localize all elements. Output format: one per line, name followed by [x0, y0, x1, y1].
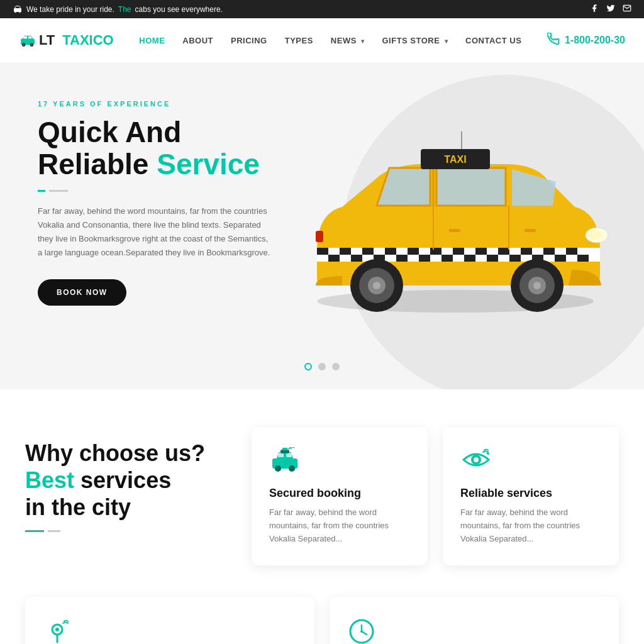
- svg-point-9: [31, 44, 33, 46]
- svg-rect-56: [286, 453, 292, 457]
- svg-rect-19: [475, 248, 487, 255]
- partial-card-1: [25, 597, 314, 644]
- book-now-button[interactable]: BOOK NOW: [38, 279, 126, 306]
- feature-text-booking: Far far away, behind the word mountains,…: [269, 506, 410, 545]
- taxi-illustration: TAXI: [279, 113, 631, 326]
- main-nav: HOME ABOUT PRICING TYPES NEWS ▾ GIFTS ST…: [139, 35, 521, 46]
- nav-link-home[interactable]: HOME: [139, 36, 165, 45]
- slider-dot-1[interactable]: [304, 363, 312, 370]
- svg-rect-34: [555, 255, 566, 262]
- nav-link-types[interactable]: TYPES: [285, 36, 313, 45]
- svg-text:TAXI: TAXI: [444, 154, 466, 165]
- svg-rect-13: [340, 248, 351, 255]
- features-divider: [25, 530, 226, 532]
- news-dropdown-arrow: ▾: [361, 38, 365, 45]
- feature-text-reliable: Far far away, behind the word mountains,…: [460, 506, 601, 545]
- facebook-icon[interactable]: [590, 4, 599, 14]
- nav-link-news[interactable]: NEWS ▾: [331, 36, 365, 45]
- hero-car-image: TAXI: [279, 113, 631, 329]
- svg-point-58: [289, 465, 295, 472]
- email-icon[interactable]: [623, 4, 631, 14]
- svg-point-69: [360, 630, 363, 633]
- svg-rect-4: [24, 36, 27, 39]
- svg-rect-55: [278, 453, 284, 457]
- svg-rect-41: [316, 231, 323, 242]
- svg-rect-23: [566, 248, 577, 255]
- svg-point-40: [589, 230, 601, 240]
- phone-icon: [547, 33, 560, 48]
- nav-link-gifts[interactable]: GIFTS STORE ▾: [382, 36, 448, 45]
- feature-card-reliable: Reliable services Far far away, behind t…: [443, 427, 619, 565]
- svg-rect-14: [362, 248, 374, 255]
- logo-taxico: TAXICO: [62, 32, 113, 48]
- nav-link-pricing[interactable]: PRICING: [231, 36, 267, 45]
- hero-section: 17 YEARS OF EXPERIENCE Quick And Reliabl…: [0, 62, 644, 389]
- svg-rect-25: [351, 255, 362, 262]
- svg-rect-35: [577, 255, 589, 262]
- car-small-icon: [13, 4, 23, 14]
- svg-rect-52: [449, 229, 460, 232]
- hero-content: 17 YEARS OF EXPERIENCE Quick And Reliabl…: [38, 100, 302, 306]
- svg-rect-24: [328, 255, 340, 262]
- feature-card-booking: Secured booking Far far away, behind the…: [252, 427, 428, 565]
- svg-point-65: [55, 628, 59, 631]
- taxi-icon: [269, 447, 410, 478]
- nav-item-gifts[interactable]: GIFTS STORE ▾: [382, 35, 448, 46]
- nav-item-home[interactable]: HOME: [139, 35, 165, 46]
- social-icons: [590, 4, 631, 14]
- slider-dot-3[interactable]: [332, 363, 340, 370]
- logo-lt: LT: [39, 32, 55, 48]
- svg-point-1: [14, 11, 16, 13]
- svg-rect-5: [28, 36, 31, 39]
- svg-rect-12: [317, 248, 328, 255]
- svg-rect-17: [430, 248, 441, 255]
- svg-point-2: [19, 11, 21, 13]
- slider-dot-2[interactable]: [318, 363, 326, 370]
- top-bar: We take pride in your ride. The cabs you…: [0, 0, 644, 18]
- features-left-title: Why choose us? Best services in the city: [25, 440, 226, 521]
- hero-divider: [38, 190, 302, 192]
- nav-item-contact[interactable]: CONTACT US: [465, 35, 521, 46]
- svg-rect-29: [441, 255, 453, 262]
- svg-rect-60: [282, 448, 287, 450]
- nav-link-about[interactable]: ABOUT: [182, 36, 213, 45]
- nav-item-news[interactable]: NEWS ▾: [331, 35, 365, 46]
- svg-rect-28: [419, 255, 430, 262]
- feature-title-reliable: Reliable services: [460, 487, 601, 500]
- logo[interactable]: LT TAXICO: [19, 32, 114, 48]
- hero-title: Quick And Reliable Service: [38, 116, 302, 180]
- logo-taxi-icon: [19, 34, 36, 47]
- top-bar-message: We take pride in your ride. The cabs you…: [13, 4, 223, 14]
- map-icon: [43, 617, 72, 644]
- svg-rect-27: [396, 255, 408, 262]
- svg-rect-53: [525, 229, 536, 232]
- svg-rect-15: [385, 248, 396, 255]
- svg-rect-32: [509, 255, 521, 262]
- svg-rect-20: [498, 248, 509, 255]
- nav-item-types[interactable]: TYPES: [285, 35, 313, 46]
- feature-cards-grid: Secured booking Far far away, behind the…: [252, 427, 619, 565]
- hero-eyebrow: 17 YEARS OF EXPERIENCE: [38, 100, 302, 108]
- slider-dots: [304, 363, 340, 370]
- nav-link-contact[interactable]: CONTACT US: [465, 36, 521, 45]
- svg-point-57: [275, 465, 281, 472]
- bottom-partial-cards: [0, 597, 644, 644]
- svg-rect-18: [453, 248, 464, 255]
- twitter-icon[interactable]: [606, 4, 615, 14]
- svg-point-49: [533, 282, 541, 289]
- header-phone: 1-800-200-30: [547, 33, 625, 48]
- phone-number: 1-800-200-30: [565, 35, 625, 46]
- svg-rect-31: [487, 255, 498, 262]
- svg-rect-21: [521, 248, 532, 255]
- gifts-dropdown-arrow: ▾: [445, 38, 448, 45]
- features-left-text: Why choose us? Best services in the city: [25, 427, 226, 532]
- nav-item-pricing[interactable]: PRICING: [231, 35, 267, 46]
- svg-point-62: [474, 457, 479, 462]
- nav-item-about[interactable]: ABOUT: [182, 35, 213, 46]
- feature-title-booking: Secured booking: [269, 487, 410, 500]
- svg-rect-16: [408, 248, 419, 255]
- features-section: Why choose us? Best services in the city: [0, 389, 644, 603]
- partial-card-2: [330, 597, 619, 644]
- svg-rect-30: [464, 255, 475, 262]
- reliable-icon: [460, 447, 601, 478]
